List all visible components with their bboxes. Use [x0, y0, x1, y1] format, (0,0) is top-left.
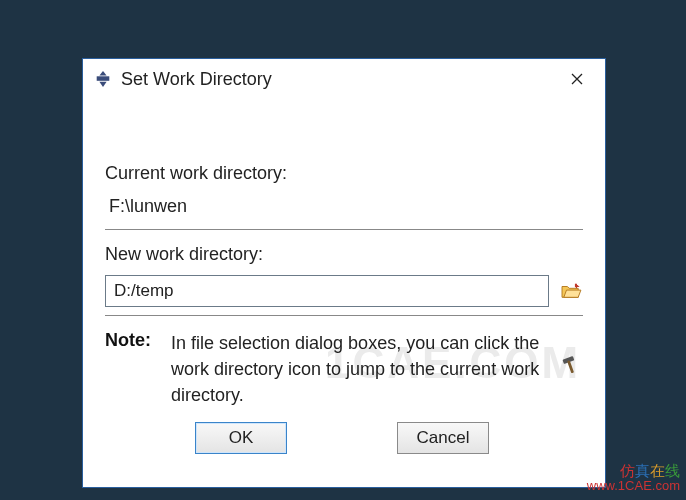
current-directory-value: F:\lunwen	[105, 194, 583, 230]
svg-marker-2	[99, 82, 106, 87]
app-icon	[93, 69, 113, 89]
note-text: In file selection dialog boxes, you can …	[171, 330, 547, 408]
work-directory-icon	[559, 354, 583, 378]
set-work-directory-dialog: Set Work Directory 1CAE.COM Current work…	[82, 58, 606, 488]
ok-button[interactable]: OK	[195, 422, 287, 454]
new-directory-label: New work directory:	[105, 244, 583, 265]
svg-rect-1	[97, 76, 110, 81]
titlebar: Set Work Directory	[83, 59, 605, 99]
divider	[105, 315, 583, 316]
new-directory-input[interactable]	[105, 275, 549, 307]
browse-folder-icon[interactable]	[559, 280, 583, 302]
dialog-body: 1CAE.COM Current work directory: F:\lunw…	[83, 99, 605, 464]
current-directory-label: Current work directory:	[105, 163, 583, 184]
note-row: Note: In file selection dialog boxes, yo…	[105, 330, 583, 408]
close-button[interactable]	[557, 64, 597, 94]
new-directory-row	[105, 275, 583, 307]
note-label: Note:	[105, 330, 159, 351]
svg-marker-0	[99, 71, 106, 76]
dialog-title: Set Work Directory	[121, 69, 557, 90]
svg-rect-4	[567, 360, 574, 373]
button-row: OK Cancel	[105, 422, 583, 454]
cancel-button[interactable]: Cancel	[397, 422, 489, 454]
